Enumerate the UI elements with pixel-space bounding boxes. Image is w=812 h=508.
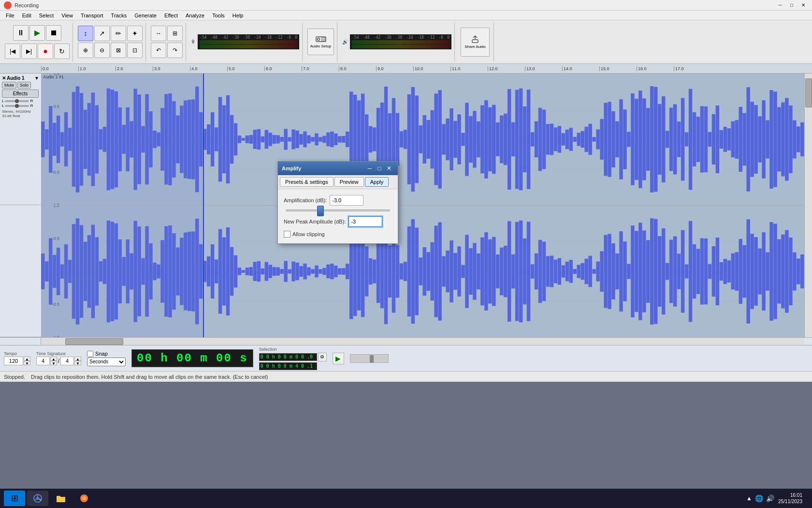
playback-rate-thumb[interactable] <box>370 355 374 363</box>
waveform-area[interactable]: Audio 1 #1 <box>41 74 804 337</box>
share-audio-group: Share Audio <box>457 23 494 61</box>
apply-button[interactable]: Apply <box>365 177 389 187</box>
menu-transport[interactable]: Transport <box>77 12 107 19</box>
play-button[interactable]: ▶ <box>29 25 45 41</box>
zoom-out-button[interactable]: ⊖ <box>94 43 110 58</box>
peak-amplitude-input[interactable] <box>348 216 382 227</box>
track-buttons: Mute Solo <box>2 82 39 89</box>
vertical-scrollbar[interactable] <box>804 74 812 337</box>
fit-button[interactable]: ⊠ <box>111 43 126 58</box>
trim-button[interactable]: ↔ <box>151 26 166 41</box>
multi-tool-button[interactable]: ✦ <box>127 26 143 41</box>
start-button[interactable]: ⊞ <box>4 491 25 506</box>
menu-edit[interactable]: Edit <box>18 12 35 19</box>
presets-settings-button[interactable]: Presets & settings <box>280 177 334 187</box>
menu-file[interactable]: File <box>2 12 18 19</box>
waveform-canvas-1[interactable] <box>41 74 804 206</box>
waveform-canvas-2[interactable] <box>41 206 804 337</box>
volume-system-icon[interactable]: 🔊 <box>766 494 774 502</box>
horizontal-scrollbar[interactable] <box>41 338 804 345</box>
audio-setup-button[interactable]: Audio Setup <box>307 29 334 55</box>
track-close-icon[interactable]: ✕ <box>2 75 6 81</box>
taskbar-clock[interactable]: 16:01 25/11/2023 <box>778 492 802 505</box>
prev-button[interactable]: |◀ <box>5 44 20 59</box>
chrome-icon <box>33 493 43 503</box>
maximize-button[interactable]: □ <box>787 1 797 9</box>
draw-tool-button[interactable]: ✏ <box>111 26 126 41</box>
play-at-cursor-button[interactable]: ▶ <box>333 353 344 364</box>
time-sig-numerator-input[interactable] <box>36 357 50 365</box>
snap-checkbox[interactable] <box>87 351 93 357</box>
menu-view[interactable]: View <box>58 12 77 19</box>
tempo-group: Tempo ▲ ▼ <box>4 351 30 365</box>
tempo-up-button[interactable]: ▲ <box>24 357 30 361</box>
more-tools-group: ↔ ⊞ ↶ ↷ <box>148 23 186 61</box>
taskbar-explorer[interactable] <box>50 491 72 506</box>
undo-button[interactable]: ↶ <box>151 43 166 58</box>
pan-slider[interactable] <box>5 105 29 107</box>
redo-button[interactable]: ↷ <box>167 43 183 58</box>
timesig-num-down[interactable]: ▼ <box>50 361 57 365</box>
allow-clipping-checkbox[interactable] <box>284 231 290 238</box>
timesig-den-up[interactable]: ▲ <box>74 357 81 361</box>
selection-end-input[interactable] <box>259 362 317 370</box>
record-button[interactable]: ● <box>38 44 53 59</box>
pause-button[interactable]: ⏸ <box>13 25 29 41</box>
selection-start-input[interactable] <box>259 353 317 361</box>
zoom-sel-button[interactable]: ⊡ <box>127 43 143 58</box>
close-button[interactable]: ✕ <box>798 1 808 9</box>
timesig-num-up[interactable]: ▲ <box>50 357 57 361</box>
track-name: Audio 1 <box>7 75 34 81</box>
allow-clipping-row: Allow clipping <box>284 231 392 238</box>
preview-button[interactable]: Preview <box>334 177 364 187</box>
pan-icon: L <box>2 104 4 108</box>
amplification-input[interactable] <box>330 195 363 206</box>
selection-settings-button[interactable]: ⚙ <box>318 353 327 361</box>
dialog-close-button[interactable]: ✕ <box>384 164 394 173</box>
menu-effect[interactable]: Effect <box>160 12 182 19</box>
next-button[interactable]: ▶| <box>21 44 37 59</box>
timesig-den-down[interactable]: ▼ <box>74 361 81 365</box>
effects-button[interactable]: Effects <box>2 90 39 98</box>
zoom-in-button[interactable]: ⊕ <box>78 43 93 58</box>
v-scrollbar-thumb[interactable] <box>805 78 812 107</box>
loop-button[interactable]: ↻ <box>54 44 70 59</box>
track-menu-icon[interactable]: ▼ <box>34 75 39 81</box>
minimize-button[interactable]: ─ <box>775 1 785 9</box>
amplify-slider[interactable] <box>286 209 390 211</box>
main-content: ✕ Audio 1 ▼ Mute Solo Effects L R L <box>0 74 812 337</box>
menu-generate[interactable]: Generate <box>130 12 160 19</box>
tempo-down-button[interactable]: ▼ <box>24 361 30 365</box>
menu-select[interactable]: Select <box>35 12 58 19</box>
menu-analyze[interactable]: Analyze <box>182 12 208 19</box>
envelope-tool-button[interactable]: ↗ <box>94 26 110 41</box>
mute-button[interactable]: Mute <box>2 82 16 89</box>
taskbar-firefox[interactable] <box>73 491 95 506</box>
menu-tools[interactable]: Tools <box>208 12 229 19</box>
h-scrollbar-thumb[interactable] <box>65 338 123 345</box>
network-icon[interactable]: 🌐 <box>755 494 763 502</box>
dialog-maximize-button[interactable]: □ <box>375 164 384 173</box>
share-audio-button[interactable]: Share Audio <box>461 28 490 57</box>
select-tool-button[interactable]: ↕ <box>78 26 93 41</box>
amplify-slider-thumb[interactable] <box>317 206 324 216</box>
stop-button[interactable]: ⏹ <box>46 25 61 41</box>
track-header-2 <box>0 205 41 337</box>
ruler-ticks: 0.0 1.0 2.0 3.0 4.0 5.0 6.0 7.0 8.0 9.0 … <box>41 66 711 71</box>
volume-icon-r: R <box>30 99 33 103</box>
svg-line-10 <box>34 499 36 501</box>
transport-group: ⏸ ▶ ⏹ |◀ ▶| ● ↻ <box>2 23 73 61</box>
status-state: Stopped. <box>4 374 25 380</box>
solo-button[interactable]: Solo <box>17 82 31 89</box>
dialog-minimize-button[interactable]: ─ <box>365 164 375 173</box>
time-sig-denominator-input[interactable] <box>60 357 74 365</box>
silence-button[interactable]: ⊞ <box>167 26 183 41</box>
volume-slider[interactable] <box>5 100 29 102</box>
taskbar-chrome[interactable] <box>27 491 48 506</box>
playback-rate-slider[interactable] <box>350 354 389 363</box>
snap-unit-select[interactable]: Seconds <box>87 358 126 366</box>
show-desktop-icon[interactable]: ▲ <box>746 495 752 502</box>
tempo-input[interactable] <box>4 357 23 365</box>
menu-help[interactable]: Help <box>229 12 247 19</box>
menu-tracks[interactable]: Tracks <box>107 12 131 19</box>
